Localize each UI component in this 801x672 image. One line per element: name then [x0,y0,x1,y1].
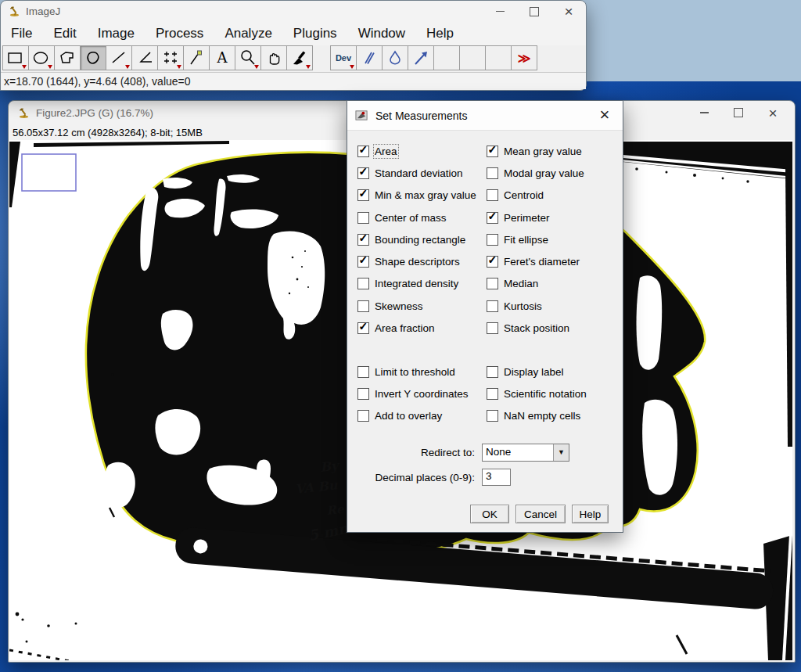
checkbox-label: Area [375,146,397,157]
menu-file[interactable]: File [11,26,32,41]
chevron-down-icon[interactable]: ▼ [553,444,569,461]
ok-button[interactable]: OK [470,505,509,523]
checkbox-label: Feret's diameter [504,256,580,268]
redirect-row: Redirect to: None ▼ [347,443,618,462]
checkbox-display-label[interactable] [487,366,498,378]
measurements-dialog-icon [355,109,368,122]
checkbox-shape-descriptors[interactable] [357,256,369,268]
checkbox-label: Modal gray value [504,167,584,179]
checkbox-label: Display label [504,366,564,378]
more-tools-button[interactable] [511,45,537,70]
menu-plugins[interactable]: Plugins [293,26,337,41]
paintbrush-icon [359,48,379,68]
angle-tool-button[interactable] [131,45,158,70]
text-icon: A [212,48,232,68]
checkbox-standard-deviation[interactable] [357,167,369,179]
checkbox-label: Kurtosis [504,300,542,312]
menu-analyze[interactable]: Analyze [224,26,271,41]
line-tool-button[interactable] [106,45,132,70]
menu-image[interactable]: Image [98,26,135,41]
rectangle-tool-button[interactable] [2,45,29,70]
redirect-dropdown[interactable]: None ▼ [482,444,569,462]
imagej-titlebar[interactable]: ImageJ [1,1,586,22]
checkbox-label: Limit to threshold [375,366,455,378]
empty-tool-slot[interactable] [433,45,460,70]
checkbox-nan-empty-cells[interactable] [487,410,498,422]
point-tool-button[interactable] [157,45,184,70]
minimize-icon[interactable] [483,1,517,22]
close-icon[interactable] [551,1,586,22]
menu-help[interactable]: Help [426,26,454,41]
checkbox-modal-gray-value[interactable] [487,167,498,179]
menu-window[interactable]: Window [358,26,405,41]
checkbox-min-max-gray-value[interactable] [357,189,369,201]
checkbox-bounding-rectangle[interactable] [357,234,369,246]
freehand-icon [83,48,103,68]
color-picker-tool-button[interactable] [286,45,313,70]
dev-tool-button[interactable]: Dev [330,45,357,70]
checkbox-perimeter[interactable] [487,212,498,224]
checkbox-fit-ellipse[interactable] [487,234,498,246]
checkbox-mean-gray-value[interactable] [487,146,498,157]
checkbox-invert-y-coordinates[interactable] [357,388,369,400]
checkbox-label: Center of mass [375,212,447,224]
checkbox-label: Integrated density [375,278,458,289]
close-icon[interactable] [589,101,620,129]
zoom-tool-button[interactable] [235,45,261,70]
checkbox-median[interactable] [487,278,498,289]
annotation-re: Re [326,502,346,518]
text-tool-button[interactable]: A [209,45,235,70]
checkbox-label: Mean gray value [504,146,582,157]
checkbox-scientific-notation[interactable] [487,388,498,400]
checkbox-limit-to-threshold[interactable] [357,366,369,378]
close-icon[interactable] [756,101,790,124]
wand-tool-button[interactable] [183,45,210,70]
checkbox-label: Bounding rectangle [375,234,465,246]
empty-tool-slot[interactable] [485,45,512,70]
checkbox-kurtosis[interactable] [487,300,498,312]
checkbox-area[interactable] [357,146,369,157]
hand-icon [264,48,284,68]
checkbox-area-fraction[interactable] [357,322,369,334]
paintbrush-tool-button[interactable] [356,45,383,70]
checkbox-ferets-diameter[interactable] [487,256,498,268]
decimal-places-label: Decimal places (0-9): [347,472,482,483]
cursor-status-text: x=18.70 (1644), y=4.64 (408), value=0 [4,75,191,88]
minimize-icon[interactable] [687,101,721,124]
freehand-tool-button[interactable] [80,45,106,70]
hand-tool-button[interactable] [260,45,287,70]
status-bar: x=18.70 (1644), y=4.64 (408), value=0 [1,72,586,89]
menu-edit[interactable]: Edit [53,26,76,41]
oval-tool-button[interactable] [28,45,55,70]
help-button[interactable]: Help [572,505,609,523]
checkbox-center-of-mass[interactable] [357,212,369,224]
empty-tool-slot[interactable] [459,45,486,70]
maximize-icon[interactable] [721,101,756,124]
checkbox-label: Stack position [504,322,569,334]
arrow-icon [411,48,431,68]
figure-window-title: Figure2.JPG (G) (16.7%) [36,107,153,119]
checkbox-label: NaN empty cells [504,410,580,422]
checkbox-stack-position[interactable] [487,322,498,334]
flood-fill-icon [385,48,405,68]
arrow-tool-button[interactable] [408,45,434,70]
maximize-icon[interactable] [517,1,551,22]
checkbox-integrated-density[interactable] [357,278,369,289]
checkbox-centroid[interactable] [487,189,498,201]
image-info-text: 56.05x37.12 cm (4928x3264); 8-bit; 15MB [13,127,203,138]
checkbox-label: Standard deviation [375,167,463,179]
checkbox-add-to-overlay[interactable] [357,410,369,422]
polygon-tool-button[interactable] [54,45,81,70]
checkbox-label: Centroid [504,189,544,201]
decimal-places-input[interactable]: 3 [482,469,511,486]
flood-fill-tool-button[interactable] [382,45,408,70]
checkbox-skewness[interactable] [357,300,369,312]
angle-icon [135,48,155,68]
dialog-title: Set Measurements [375,110,468,122]
measurements-column-left: Area Standard deviation Min & max gray v… [357,140,485,340]
menu-process[interactable]: Process [156,26,203,41]
imagej-logo-icon [18,107,30,119]
checkbox-label: Median [504,278,538,289]
cancel-button[interactable]: Cancel [515,505,566,523]
dialog-titlebar[interactable]: Set Measurements [347,101,623,131]
